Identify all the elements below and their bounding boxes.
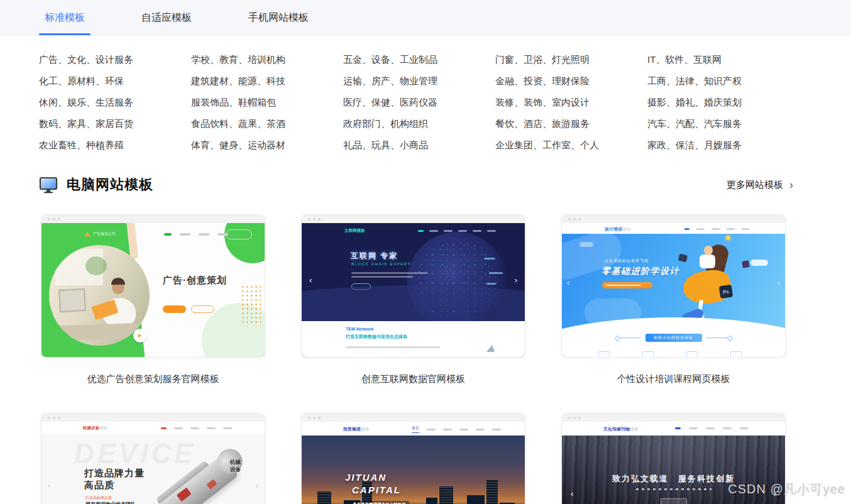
preview-cta-button [661,498,687,504]
category-item[interactable]: 服装饰品、鞋帽箱包 [191,96,343,118]
window-chrome [562,215,785,223]
category-item[interactable]: 医疗、保健、医药仪器 [343,96,495,118]
category-item[interactable]: 金融、投资、理财保险 [495,75,647,96]
category-item[interactable]: 农业畜牲、种植养殖 [39,139,191,160]
window-chrome [41,215,265,223]
preview-badge [602,282,652,288]
preview-heading: 互联网 专家 [351,251,398,261]
category-item[interactable]: 摄影、婚礼、婚庆策划 [647,96,799,118]
preview-logo: 文化传媒刊物模板 [603,426,639,432]
section-title: 电脑网站模板 [67,175,153,194]
carousel-prev-icon: ‹ [309,276,312,284]
category-item[interactable]: 体育、健身、运动器材 [191,139,343,160]
template-card-ad[interactable]: 广告策划公司 ▶ 广告·创意策划 [41,214,265,358]
category-item[interactable]: 门窗、卫浴、灯光照明 [495,53,647,75]
preview-micro-text [636,488,711,490]
preview-section-subtitle: 打造互联网数据与应用生态体系 [346,334,407,340]
preview-heading: 零基础进阶学设计 [601,266,679,277]
preview-heading: CAPITAL [352,485,401,495]
template-caption[interactable]: 优选广告创意策划服务官网模板 [41,373,265,385]
tab-label: 标准模板 [45,11,85,25]
template-caption[interactable]: 创意互联网数据官网模板 [301,373,525,385]
carousel-prev-icon: ‹ [567,278,569,287]
preview-nav [161,427,232,429]
category-item[interactable]: 数码、家具、家居百货 [39,118,191,139]
preview-section-title: TEM Network [346,327,373,331]
window-chrome [302,414,525,422]
more-templates-link[interactable]: 更多网站模板 › [727,179,793,191]
category-item[interactable]: 运输、房产、物业管理 [343,75,495,96]
tab-label: 手机网站模板 [248,11,309,25]
carousel-prev-icon: ‹ [48,481,50,490]
category-item[interactable]: 家政、保洁、月嫂服务 [647,139,799,160]
preview-logo: 广告策划公司 [84,231,116,237]
floating-tile-icon [742,260,750,268]
preview-course-button: 初级小白的职业目标 [645,334,702,342]
monitor-icon [39,177,58,194]
template-type-tabs: 标准模板 自适应模板 手机网站模板 [0,0,851,36]
category-item[interactable]: 化工、原材料、环保 [39,75,191,96]
template-card-capital[interactable]: 投资集团模板 首页 JIT [301,413,525,504]
template-type-tab[interactable]: 自适应模板 [136,0,197,35]
preview-heading: JITUAN [345,472,387,483]
category-item[interactable]: 政府部门、机构组织 [343,118,495,139]
play-icon: ▶ [133,329,147,342]
template-caption[interactable]: 个性设计培训课程网页模板 [561,373,786,385]
city-skyline-photo [302,436,525,504]
ps-badge-icon: Ps [719,285,733,299]
logo-mark-icon [84,232,91,236]
template-preview-capital: 投资集团模板 首页 JIT [302,422,525,504]
template-preview-internet: 互联网模板 互联网 专家 BLOCK CHAIN EXPERT TEM Netw… [302,223,525,357]
template-card-grid: 广告策划公司 ▶ 广告·创意策划 优选广告创意策划服务官网模板 [41,214,786,504]
category-item[interactable]: 企业集团、工作室、个人 [495,139,647,160]
template-cell: 互联网模板 互联网 专家 BLOCK CHAIN EXPERT TEM Netw… [301,214,525,385]
preview-logo: 互联网模板 [344,228,365,234]
carousel-next-icon: › [256,481,258,490]
carousel-next-icon: › [515,276,517,284]
floating-tile-icon [678,254,688,263]
chart-graphic [486,345,495,352]
lightbulb-icon [726,236,730,240]
section-header: 电脑网站模板 更多网站模板 › [39,174,793,195]
category-grid: 广告、文化、设计服务 化工、原材料、环保 休闲、娱乐、生活服务 数码、家具、家居… [39,53,799,160]
category-item[interactable]: IT、软件、互联网 [647,53,799,75]
category-item[interactable]: 学校、教育、培训机构 [191,53,343,75]
category-item[interactable]: 休闲、娱乐、生活服务 [39,96,191,118]
category-item[interactable]: 餐饮、酒店、旅游服务 [495,118,647,139]
preview-cta-button [163,305,186,313]
preview-subheading: BLOCK CHAIN EXPERT [351,262,411,266]
carousel-prev-icon: ‹ [571,490,573,498]
window-chrome [41,414,265,422]
template-card-machine[interactable]: 机械设备模板 DEVICE 打造品牌力量 高品质 打造高标准品质 拥有资深专业技… [41,413,265,504]
preview-nav [675,427,749,429]
category-item[interactable]: 广告、文化、设计服务 [39,53,191,75]
preview-nav [684,228,750,230]
tab-label: 自适应模板 [141,11,192,25]
csdn-watermark: CSDN @凡小可yee [728,481,845,498]
preview-logo: 设计培训模板 [605,226,631,233]
template-cell: 广告策划公司 ▶ 广告·创意策划 优选广告创意策划服务官网模板 [41,214,265,385]
preview-tagline: 众多课程助你迎风飞翔 [605,258,649,264]
carousel-next-icon: › [777,278,780,287]
category-item[interactable]: 汽车、汽配、汽车服务 [647,118,799,139]
category-item[interactable]: 工商、法律、知识产权 [647,75,799,96]
template-card-internet[interactable]: 互联网模板 互联网 专家 BLOCK CHAIN EXPERT TEM Netw… [301,214,525,358]
preview-heading: 广告·创意策划 [163,275,227,287]
template-preview-ad: 广告策划公司 ▶ 广告·创意策划 [41,223,265,357]
template-type-tab[interactable]: 标准模板 [39,0,91,35]
category-item[interactable]: 建筑建材、能源、科技 [191,75,343,96]
template-card-design[interactable]: 设计培训模板 众多课程助你迎风飞翔 零基础进阶学设计 Ps [561,214,786,358]
preview-side-text: 机械 设备 [230,458,241,473]
category-item[interactable]: 礼品、玩具、小商品 [343,139,495,160]
category-item[interactable]: 五金、设备、工业制品 [343,53,495,75]
template-type-tab[interactable]: 手机网站模板 [243,0,314,35]
category-item[interactable]: 装修、装饰、室内设计 [495,96,647,118]
preview-secondary-button [191,305,214,313]
template-cell: 设计培训模板 众多课程助你迎风飞翔 零基础进阶学设计 Ps [561,214,786,385]
preview-nav: 首页 [412,425,501,433]
preview-tag: 打造高标准品质 [85,495,112,501]
preview-logo: 投资集团模板 [343,426,370,432]
category-item[interactable]: 食品饮料、蔬果、茶酒 [191,118,343,139]
preview-nav [164,233,228,236]
preview-heading: 打造品牌力量 高品质 [84,467,145,491]
